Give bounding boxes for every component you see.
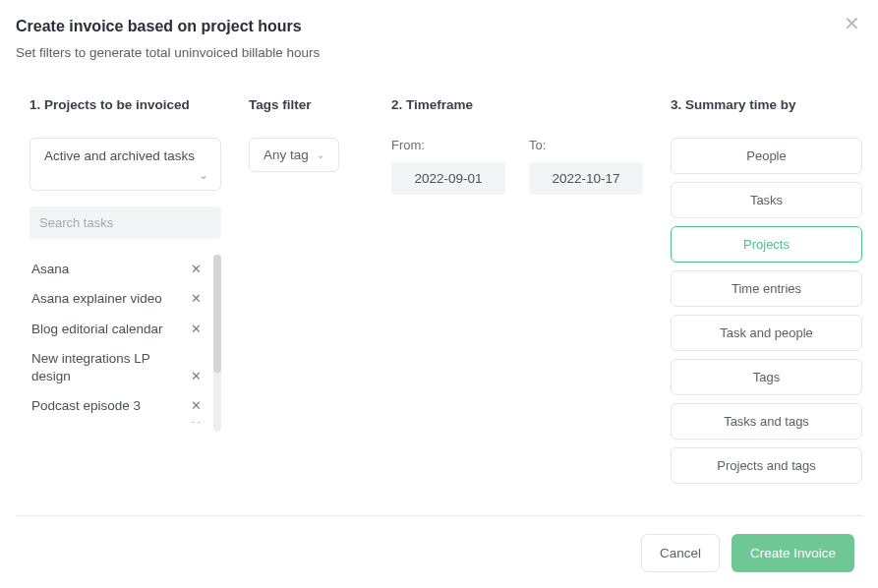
list-item: Podcast episode 3 ✕ [29,391,205,421]
task-label: Blog editorial calendar [31,321,183,338]
tags-filter-select[interactable]: Any tag ⌄ [249,138,339,172]
to-date-input[interactable] [529,162,643,195]
summary-options-list: PeopleTasksProjectsTime entriesTask and … [671,138,862,484]
remove-task-icon[interactable]: ✕ [189,397,204,415]
summary-option-button[interactable]: Task and people [671,315,862,351]
modal-subtitle: Set filters to generate total uninvoiced… [16,45,862,60]
selected-tasks-list: Asana ✕ Asana explainer video ✕ Blog edi… [29,255,221,432]
timeframe-heading: 2. Timeframe [391,97,643,112]
list-item: Asana explainer video ✕ [29,284,205,314]
modal-title: Create invoice based on project hours [16,18,862,35]
from-label: From: [391,138,505,152]
task-scope-label: Active and archived tasks [44,148,195,163]
task-label: New integrations LP design [31,350,183,385]
projects-heading: 1. Projects to be invoiced [29,97,221,112]
summary-option-button[interactable]: Tags [671,359,862,395]
summary-option-button[interactable]: Time entries [671,270,862,307]
cancel-button[interactable]: Cancel [641,534,720,572]
remove-task-icon[interactable]: ✕ [189,321,204,338]
list-item: New integrations LP design ✕ [29,344,205,391]
create-invoice-button[interactable]: Create Invoice [732,534,854,572]
summary-option-button[interactable]: People [671,138,862,174]
task-label: Asana explainer video [31,290,183,308]
list-item: Asana ✕ [29,255,205,284]
summary-option-button[interactable]: Projects [671,226,862,263]
task-label: Product case studies [31,428,183,433]
summary-option-button[interactable]: Projects and tags [671,447,862,484]
tags-filter-label: Any tag [263,147,309,162]
remove-task-icon[interactable]: ✕ [189,261,204,278]
divider [16,515,862,516]
task-label: Podcast episode 3 [31,397,183,415]
summary-option-button[interactable]: Tasks and tags [671,403,862,440]
remove-task-icon[interactable]: ✕ [189,422,204,430]
summary-option-button[interactable]: Tasks [671,182,862,218]
from-date-input[interactable] [391,162,505,195]
list-item: Blog editorial calendar ✕ [29,315,205,344]
remove-task-icon[interactable]: ✕ [189,368,204,385]
summary-heading: 3. Summary time by [671,97,862,112]
tags-heading: Tags filter [249,97,364,112]
task-label: Asana [31,261,183,278]
close-icon[interactable]: ✕ [844,14,860,33]
to-label: To: [529,138,643,152]
scrollbar-thumb[interactable] [213,255,221,373]
list-item: Product case studies ✕ [29,422,205,433]
task-scope-select[interactable]: Active and archived tasks ⌄ [29,138,221,191]
remove-task-icon[interactable]: ✕ [189,290,204,308]
search-tasks-input[interactable] [29,206,221,239]
chevron-down-icon: ⌄ [199,168,208,182]
chevron-down-icon: ⌄ [317,149,324,160]
